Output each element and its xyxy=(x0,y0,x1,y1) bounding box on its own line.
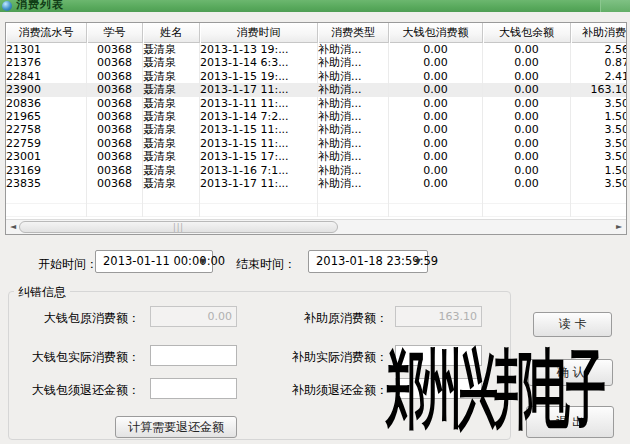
table-cell: 补助消... xyxy=(318,56,389,69)
column-header[interactable]: 消费流水号 xyxy=(6,23,87,43)
table-row[interactable]: 2275900368聂清泉2013-1-15 11:...补助消...0.000… xyxy=(6,137,627,150)
table-row[interactable]: 2300100368聂清泉2013-1-15 17:...补助消...0.000… xyxy=(6,150,627,163)
table-cell: 22841 xyxy=(6,70,87,83)
table-row[interactable]: 2275800368聂清泉2013-1-15 11:...补助消...0.000… xyxy=(6,123,627,136)
window-title: 消费列表 xyxy=(16,0,64,12)
wallet-original-input xyxy=(150,306,237,327)
exit-button[interactable]: 退 出 xyxy=(526,406,614,438)
table-cell: 3.50 xyxy=(571,177,627,190)
table-row[interactable]: 2196500368聂清泉2013-1-14 7:2...补助消...0.000… xyxy=(6,110,627,123)
table-cell: 0.00 xyxy=(483,177,571,190)
table-cell: 0.00 xyxy=(389,70,483,83)
subsidy-original-input xyxy=(395,306,482,327)
empty-cell xyxy=(143,204,200,217)
table-cell: 23001 xyxy=(6,150,87,163)
table-cell: 0.00 xyxy=(389,177,483,190)
read-card-button[interactable]: 读 卡 xyxy=(533,312,612,337)
table-row[interactable]: 2083600368聂清泉2013-1-11 11:...补助消...0.000… xyxy=(6,97,627,110)
table-cell: 0.00 xyxy=(483,164,571,177)
table-cell: 00368 xyxy=(87,123,143,136)
column-header[interactable]: 消费时间 xyxy=(200,23,318,43)
table-cell: 3.50 xyxy=(571,97,627,110)
table-cell: 聂清泉 xyxy=(143,110,200,123)
table-cell: 1.50 xyxy=(571,110,627,123)
table-row[interactable]: 2316900368聂清泉2013-1-16 7:1...补助消...0.000… xyxy=(6,164,627,177)
table-row[interactable]: 2284100368聂清泉2013-1-15 19:...补助消...0.000… xyxy=(6,70,627,83)
table-cell: 2013-1-13 19:... xyxy=(200,43,318,56)
column-header[interactable]: 补助消费额 xyxy=(571,23,627,43)
table-cell: 22758 xyxy=(6,123,87,136)
empty-table-row xyxy=(6,204,627,217)
table-cell: 0.00 xyxy=(389,97,483,110)
confirm-button[interactable]: 确 认 xyxy=(528,359,613,386)
table-cell: 2.56 xyxy=(571,43,627,56)
consumption-table: 消费流水号学号姓名消费时间消费类型大钱包消费额大钱包余额补助消费额 213010… xyxy=(5,22,627,235)
empty-cell xyxy=(571,204,627,217)
subsidy-actual-label: 补助实际消费额： xyxy=(270,349,388,366)
table-row[interactable]: 2137600368聂清泉2013-1-14 6:3...补助消...0.000… xyxy=(6,56,627,69)
table-cell: 2013-1-11 11:... xyxy=(200,97,318,110)
calculate-refund-button[interactable]: 计算需要退还金额 xyxy=(115,416,237,438)
subsidy-refund-input[interactable] xyxy=(395,378,482,399)
wallet-refund-input[interactable] xyxy=(150,378,237,399)
table-cell: 2013-1-15 17:... xyxy=(200,150,318,163)
table-cell: 00368 xyxy=(87,83,143,96)
table-cell: 补助消... xyxy=(318,97,389,110)
window-control-button[interactable] xyxy=(600,0,630,12)
table-row[interactable]: 2130100368聂清泉2013-1-13 19:...补助消...0.000… xyxy=(6,43,627,56)
table-cell: 0.00 xyxy=(483,97,571,110)
table-cell: 00368 xyxy=(87,70,143,83)
subsidy-actual-input[interactable] xyxy=(395,345,482,366)
start-time-combo[interactable]: 2013-01-11 00:00:00 ▼ xyxy=(95,250,213,273)
scroll-left-arrow-icon[interactable]: ◄ xyxy=(6,220,20,234)
table-cell: 0.00 xyxy=(389,164,483,177)
wallet-actual-input[interactable] xyxy=(150,345,237,366)
end-time-combo[interactable]: 2013-01-18 23:59:59 ▼ xyxy=(308,250,428,273)
table-cell: 00368 xyxy=(87,56,143,69)
column-header[interactable]: 姓名 xyxy=(143,23,200,43)
wallet-refund-label: 大钱包须退还金额： xyxy=(20,382,140,399)
empty-cell xyxy=(389,204,483,217)
table-cell: 聂清泉 xyxy=(143,164,200,177)
empty-cell xyxy=(318,190,389,203)
table-cell: 0.00 xyxy=(483,137,571,150)
app-icon xyxy=(2,1,12,11)
column-header[interactable]: 学号 xyxy=(87,23,143,43)
table-row[interactable]: 2383500368聂清泉2013-1-17 11:...补助消...0.000… xyxy=(6,177,627,190)
scrollbar-thumb[interactable]: ||| xyxy=(19,221,338,233)
table-cell: 补助消... xyxy=(318,150,389,163)
table-cell: 聂清泉 xyxy=(143,123,200,136)
table-cell: 00368 xyxy=(87,110,143,123)
table-cell: 聂清泉 xyxy=(143,150,200,163)
table-cell: 00368 xyxy=(87,137,143,150)
empty-cell xyxy=(483,204,571,217)
empty-cell xyxy=(6,190,87,203)
table-row[interactable]: 2390000368聂清泉2013-1-17 11:...补助消...0.000… xyxy=(6,83,627,96)
scroll-right-arrow-icon[interactable]: ► xyxy=(612,220,626,234)
table-cell: 23900 xyxy=(6,83,87,96)
table-cell: 聂清泉 xyxy=(143,137,200,150)
table-cell: 0.00 xyxy=(483,150,571,163)
chevron-down-icon[interactable]: ▼ xyxy=(200,251,206,272)
table-cell: 21965 xyxy=(6,110,87,123)
table-cell: 补助消... xyxy=(318,177,389,190)
chevron-down-icon[interactable]: ▼ xyxy=(415,251,421,272)
column-header[interactable]: 大钱包消费额 xyxy=(389,23,483,43)
empty-cell xyxy=(200,204,318,217)
table-cell: 0.00 xyxy=(483,110,571,123)
table-cell: 20836 xyxy=(6,97,87,110)
empty-cell xyxy=(483,190,571,203)
table-cell: 00368 xyxy=(87,43,143,56)
wallet-original-label: 大钱包原消费额： xyxy=(20,310,140,327)
table-cell: 2013-1-14 7:2... xyxy=(200,110,318,123)
table-cell: 聂清泉 xyxy=(143,56,200,69)
table-cell: 0.00 xyxy=(483,43,571,56)
table-cell: 163.10 xyxy=(571,83,627,96)
column-header[interactable]: 大钱包余额 xyxy=(483,23,571,43)
column-header[interactable]: 消费类型 xyxy=(318,23,389,43)
horizontal-scrollbar[interactable]: ◄ ||| ► xyxy=(6,219,626,234)
table-cell: 补助消... xyxy=(318,43,389,56)
table-cell: 2013-1-17 11:... xyxy=(200,83,318,96)
table-cell: 21301 xyxy=(6,43,87,56)
table-cell: 3.50 xyxy=(571,137,627,150)
